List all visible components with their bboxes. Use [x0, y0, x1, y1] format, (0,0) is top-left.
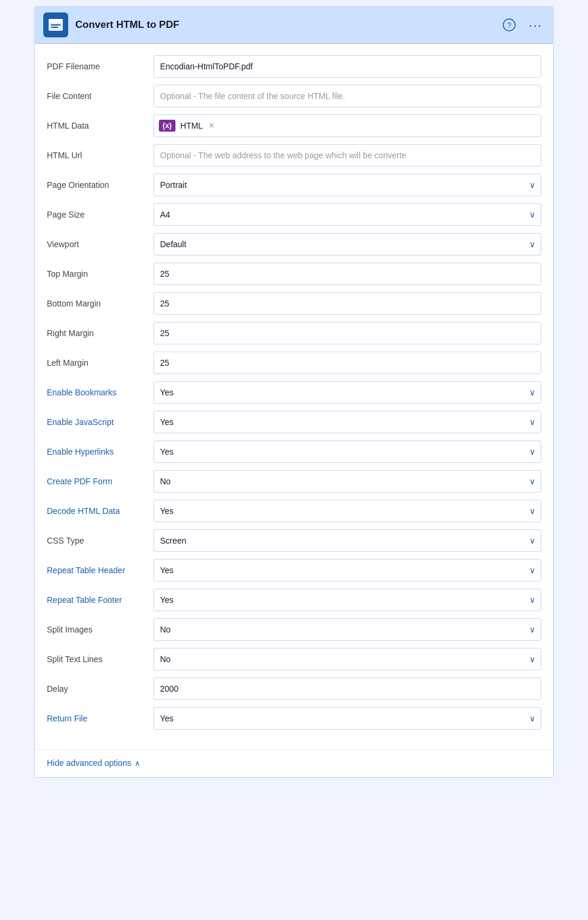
html-url-input[interactable]: [154, 144, 541, 167]
page-orientation-wrapper: Portrait Landscape ∨: [154, 174, 541, 196]
file-content-label: File Content: [47, 91, 154, 101]
hide-advanced-button[interactable]: Hide advanced options ∧: [35, 752, 152, 777]
css-type-row: CSS Type Screen Print ∨: [47, 528, 541, 554]
left-margin-row: Left Margin: [47, 350, 541, 376]
decode-html-data-select[interactable]: Yes No: [154, 500, 541, 522]
page-orientation-label: Page Orientation: [47, 180, 154, 190]
create-pdf-form-wrapper: No Yes ∨: [154, 470, 541, 493]
enable-javascript-wrapper: Yes No ∨: [154, 411, 541, 433]
header: Convert HTML to PDF ? ···: [35, 7, 553, 44]
help-icon: ?: [503, 18, 516, 31]
return-file-label: Return File: [47, 714, 154, 723]
right-margin-label: Right Margin: [47, 328, 154, 338]
html-url-row: HTML Url: [47, 142, 541, 168]
enable-bookmarks-label: Enable Bookmarks: [47, 388, 154, 397]
repeat-table-header-label: Repeat Table Header: [47, 566, 154, 575]
top-margin-input[interactable]: [154, 263, 541, 285]
more-options-button[interactable]: ···: [526, 16, 545, 34]
pdf-filename-label: PDF Filename: [47, 62, 154, 71]
split-images-row: Split Images No Yes ∨: [47, 616, 541, 643]
svg-rect-3: [51, 27, 58, 28]
enable-hyperlinks-label: Enable Hyperlinks: [47, 447, 154, 456]
create-pdf-form-label: Create PDF Form: [47, 477, 154, 486]
split-images-label: Split Images: [47, 625, 154, 634]
logo-icon: [47, 17, 64, 33]
top-margin-label: Top Margin: [47, 269, 154, 279]
svg-rect-1: [49, 19, 63, 23]
split-images-select[interactable]: No Yes: [154, 618, 541, 641]
header-actions: ? ···: [500, 16, 545, 34]
enable-javascript-label: Enable JavaScript: [47, 417, 154, 427]
css-type-label: CSS Type: [47, 536, 154, 545]
delay-label: Delay: [47, 684, 154, 694]
page-orientation-row: Page Orientation Portrait Landscape ∨: [47, 172, 541, 198]
page-size-row: Page Size A4 A3 Letter Legal ∨: [47, 202, 541, 228]
create-pdf-form-row: Create PDF Form No Yes ∨: [47, 468, 541, 494]
html-data-row: HTML Data {x} HTML ×: [47, 113, 541, 139]
repeat-table-footer-select[interactable]: Yes No: [154, 589, 541, 611]
html-data-field[interactable]: {x} HTML ×: [154, 114, 541, 137]
enable-javascript-row: Enable JavaScript Yes No ∨: [47, 409, 541, 435]
enable-javascript-select[interactable]: Yes No: [154, 411, 541, 433]
return-file-row: Return File Yes No ∨: [47, 705, 541, 731]
pdf-filename-input[interactable]: [154, 55, 541, 78]
page-title: Convert HTML to PDF: [75, 19, 493, 31]
viewport-label: Viewport: [47, 239, 154, 249]
delay-input[interactable]: [154, 678, 541, 700]
file-content-row: File Content: [47, 83, 541, 109]
html-close-button[interactable]: ×: [209, 120, 214, 131]
page-size-label: Page Size: [47, 210, 154, 219]
viewport-select[interactable]: Default Mobile Tablet: [154, 233, 541, 255]
enable-bookmarks-wrapper: Yes No ∨: [154, 381, 541, 404]
left-margin-input[interactable]: [154, 352, 541, 374]
page-size-wrapper: A4 A3 Letter Legal ∨: [154, 203, 541, 226]
footer-divider: [35, 749, 553, 750]
repeat-table-footer-wrapper: Yes No ∨: [154, 589, 541, 611]
pdf-filename-row: PDF Filename: [47, 53, 541, 79]
enable-bookmarks-row: Enable Bookmarks Yes No ∨: [47, 379, 541, 405]
bottom-margin-input[interactable]: [154, 292, 541, 315]
css-type-select[interactable]: Screen Print: [154, 529, 541, 552]
enable-bookmarks-select[interactable]: Yes No: [154, 381, 541, 404]
enable-hyperlinks-wrapper: Yes No ∨: [154, 440, 541, 463]
top-margin-row: Top Margin: [47, 261, 541, 287]
css-type-wrapper: Screen Print ∨: [154, 529, 541, 552]
decode-html-data-row: Decode HTML Data Yes No ∨: [47, 498, 541, 524]
help-button[interactable]: ?: [500, 16, 518, 34]
svg-rect-2: [51, 24, 60, 25]
form-body: PDF Filename File Content HTML Data {x} …: [35, 44, 553, 747]
ellipsis-icon: ···: [529, 18, 542, 32]
viewport-wrapper: Default Mobile Tablet ∨: [154, 233, 541, 255]
html-url-label: HTML Url: [47, 151, 154, 160]
return-file-wrapper: Yes No ∨: [154, 707, 541, 730]
create-pdf-form-select[interactable]: No Yes: [154, 470, 541, 493]
repeat-table-header-select[interactable]: Yes No: [154, 559, 541, 582]
app-logo: [43, 12, 68, 37]
bottom-margin-row: Bottom Margin: [47, 290, 541, 317]
repeat-table-header-row: Repeat Table Header Yes No ∨: [47, 557, 541, 583]
svg-text:?: ?: [507, 21, 512, 30]
delay-row: Delay: [47, 676, 541, 702]
brace-icon: {x}: [162, 122, 172, 130]
chevron-up-icon: ∧: [135, 759, 140, 768]
repeat-table-header-wrapper: Yes No ∨: [154, 559, 541, 582]
right-margin-row: Right Margin: [47, 320, 541, 346]
split-text-lines-label: Split Text Lines: [47, 654, 154, 664]
split-text-lines-select[interactable]: No Yes: [154, 648, 541, 670]
page-orientation-select[interactable]: Portrait Landscape: [154, 174, 541, 196]
app-container: Convert HTML to PDF ? ··· PDF Filename F…: [34, 6, 554, 778]
dynamic-content-badge: {x}: [159, 120, 175, 132]
html-tag-text: HTML: [180, 121, 203, 130]
split-images-wrapper: No Yes ∨: [154, 618, 541, 641]
page-size-select[interactable]: A4 A3 Letter Legal: [154, 203, 541, 226]
viewport-row: Viewport Default Mobile Tablet ∨: [47, 231, 541, 257]
right-margin-input[interactable]: [154, 322, 541, 344]
enable-hyperlinks-select[interactable]: Yes No: [154, 440, 541, 463]
return-file-select[interactable]: Yes No: [154, 707, 541, 730]
split-text-lines-row: Split Text Lines No Yes ∨: [47, 646, 541, 672]
enable-hyperlinks-row: Enable Hyperlinks Yes No ∨: [47, 439, 541, 465]
repeat-table-footer-label: Repeat Table Footer: [47, 595, 154, 605]
decode-html-data-label: Decode HTML Data: [47, 506, 154, 516]
file-content-input[interactable]: [154, 85, 541, 107]
repeat-table-footer-row: Repeat Table Footer Yes No ∨: [47, 587, 541, 613]
